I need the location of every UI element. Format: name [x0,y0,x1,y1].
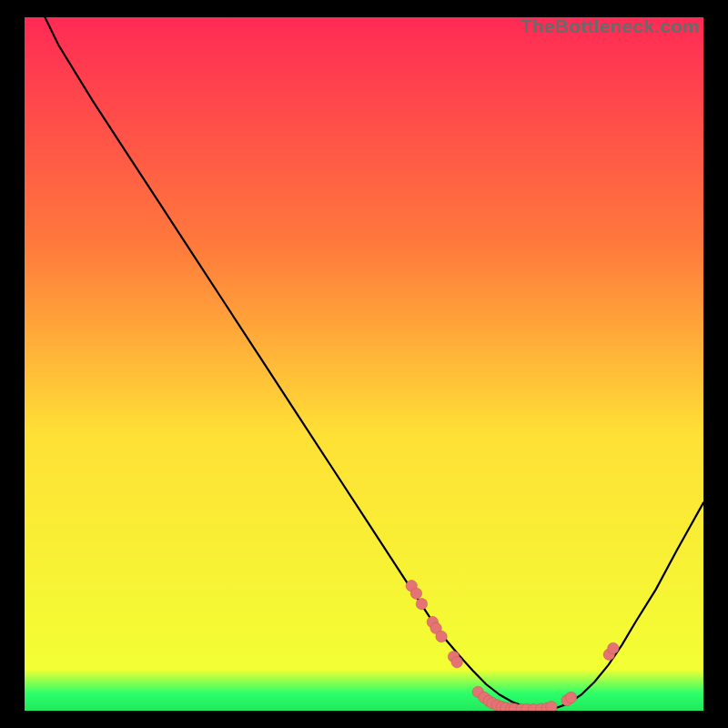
data-marker [608,642,619,653]
data-marker [546,702,557,711]
data-marker [416,599,427,610]
data-marker [436,631,447,642]
data-marker [565,692,576,703]
bottleneck-chart [25,17,703,711]
data-marker [410,588,421,599]
chart-frame: TheBottleneck.com [25,17,703,711]
watermark-text: TheBottleneck.com [521,15,700,37]
data-marker [451,657,462,668]
chart-background [25,17,703,711]
